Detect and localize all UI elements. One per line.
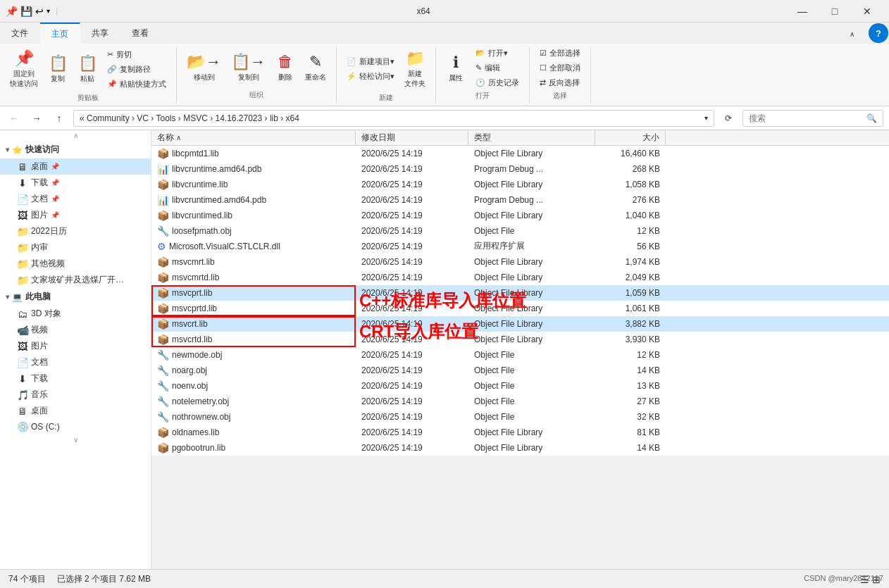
table-row[interactable]: 📦 libvcruntimed.lib 2020/6/25 14:19 Obje… xyxy=(151,208,889,223)
search-icon[interactable]: 🔍 xyxy=(866,113,877,123)
file-icon: 🔧 xyxy=(157,411,169,423)
file-name: noarg.obj xyxy=(172,365,207,375)
tab-view[interactable]: 查看 xyxy=(120,23,161,44)
select-buttons: ☑ 全部选择 ☐ 全部取消 ⇄ 反向选择 xyxy=(535,46,585,89)
sidebar-item-downloads[interactable]: ⬇ 下载 xyxy=(0,370,151,387)
table-row[interactable]: 🔧 noenv.obj 2020/6/25 14:19 Object File … xyxy=(151,378,889,394)
col-header-name[interactable]: 名称 ∧ xyxy=(151,130,356,145)
table-row[interactable]: 📦 msvcprtd.lib 2020/6/25 14:19 Object Fi… xyxy=(151,301,889,316)
file-type: Object File xyxy=(468,412,595,422)
search-input[interactable] xyxy=(749,113,866,123)
other-videos-label: 其他视频 xyxy=(31,258,65,270)
invert-selection-button[interactable]: ⇄ 反向选择 xyxy=(535,76,585,89)
edit-icon: ✎ xyxy=(475,63,482,73)
table-row[interactable]: 📦 msvcmrtd.lib 2020/6/25 14:19 Object Fi… xyxy=(151,270,889,285)
sidebar-item-music[interactable]: 🎵 音乐 xyxy=(0,387,151,403)
sidebar-item-os-c[interactable]: 💿 OS (C:) xyxy=(0,419,151,434)
file-icon: 🔧 xyxy=(157,349,169,361)
edit-button[interactable]: ✎ 编辑 xyxy=(471,61,523,75)
col-header-date[interactable]: 修改日期 xyxy=(356,130,468,145)
file-name: msvcmrtd.lib xyxy=(172,273,219,282)
file-list-container[interactable]: 名称 ∧ 修改日期 类型 大小 📦 libcpmtd1.lib 2020/6/2… xyxy=(151,130,889,456)
rename-button[interactable]: ✎ 重命名 xyxy=(301,46,330,89)
documents2-label: 文档 xyxy=(31,356,48,368)
tab-share[interactable]: 共享 xyxy=(80,23,120,44)
quick-access-save[interactable]: 💾 xyxy=(20,6,32,17)
table-row[interactable]: 📊 libvcruntimed.amd64.pdb 2020/6/25 14:1… xyxy=(151,192,889,208)
open-button[interactable]: 📂 打开▾ xyxy=(471,46,523,60)
file-date: 2020/6/25 14:19 xyxy=(356,242,468,251)
minimize-button[interactable]: — xyxy=(786,0,819,23)
table-row[interactable]: 📦 libvcruntime.lib 2020/6/25 14:19 Objec… xyxy=(151,177,889,192)
table-row[interactable]: 📦 oldnames.lib 2020/6/25 14:19 Object Fi… xyxy=(151,425,889,440)
deselect-all-button[interactable]: ☐ 全部取消 xyxy=(535,61,585,75)
table-row[interactable]: 📦 msvcprt.lib 2020/6/25 14:19 Object Fil… xyxy=(151,285,889,301)
forward-button[interactable]: → xyxy=(28,110,45,127)
delete-button[interactable]: 🗑 删除 xyxy=(271,46,299,89)
table-row[interactable]: 🔧 noarg.obj 2020/6/25 14:19 Object File … xyxy=(151,363,889,378)
pin-icon-downloads: 📌 xyxy=(51,179,59,187)
sidebar-item-3d-objects[interactable]: 🗂 3D 对象 xyxy=(0,306,151,322)
table-row[interactable]: ⚙ Microsoft.VisualC.STLCLR.dll 2020/6/25… xyxy=(151,239,889,254)
ribbon-group-select: ☑ 全部选择 ☐ 全部取消 ⇄ 反向选择 选择 xyxy=(530,46,591,103)
maximize-button[interactable]: □ xyxy=(819,0,851,23)
copy-path-button[interactable]: 🔗 复制路径 xyxy=(103,63,170,76)
ribbon-collapse-button[interactable]: ∧ xyxy=(835,23,868,45)
tab-home[interactable]: 主页 xyxy=(40,23,80,44)
copy-button[interactable]: 📋 复制 xyxy=(44,48,72,90)
sidebar-item-documents-quick[interactable]: 📄 文档 📌 xyxy=(0,191,151,207)
col-header-type[interactable]: 类型 xyxy=(468,130,595,145)
sidebar-quick-access-header[interactable]: ▾ ⭐ 快速访问 xyxy=(0,141,151,158)
paste-button[interactable]: 📋 粘贴 xyxy=(73,48,101,90)
sidebar-item-videos[interactable]: 📹 视频 xyxy=(0,322,151,338)
refresh-button[interactable]: ⟳ xyxy=(720,110,737,127)
table-row[interactable]: 🔧 loosefpmath.obj 2020/6/25 14:19 Object… xyxy=(151,223,889,239)
sidebar-item-other-videos[interactable]: 📁 其他视频 xyxy=(0,256,151,272)
history-button[interactable]: 🕐 历史记录 xyxy=(471,76,523,89)
pin-icon-desktop: 📌 xyxy=(51,163,59,170)
table-row[interactable]: 📊 libvcruntime.amd64.pdb 2020/6/25 14:19… xyxy=(151,161,889,177)
back-button[interactable]: ← xyxy=(6,110,23,127)
copy-to-button[interactable]: 📋→ 复制到 xyxy=(227,46,270,89)
paste-shortcut-button[interactable]: 📌 粘贴快捷方式 xyxy=(103,77,170,91)
file-date: 2020/6/25 14:19 xyxy=(356,443,468,453)
sidebar: ∧ ▾ ⭐ 快速访问 🖥 桌面 📌 ⬇ 下载 📌 📄 文档 📌 🖼 图片 📌 xyxy=(0,130,151,569)
table-row[interactable]: 📦 libcpmtd1.lib 2020/6/25 14:19 Object F… xyxy=(151,146,889,161)
sidebar-item-pictures[interactable]: 🖼 图片 xyxy=(0,338,151,354)
quick-access-undo[interactable]: ↩ xyxy=(35,6,44,17)
close-button[interactable]: ✕ xyxy=(851,0,883,23)
table-row[interactable]: 🔧 notelemetry.obj 2020/6/25 14:19 Object… xyxy=(151,394,889,409)
tab-file[interactable]: 文件 xyxy=(0,23,40,44)
col-header-size[interactable]: 大小 xyxy=(595,130,666,145)
sidebar-item-pictures-quick[interactable]: 🖼 图片 📌 xyxy=(0,207,151,223)
table-row[interactable]: 📦 msvcmrt.lib 2020/6/25 14:19 Object Fil… xyxy=(151,254,889,270)
address-path[interactable]: « Community › VC › Tools › MSVC › 14.16.… xyxy=(73,110,714,127)
path-dropdown-icon[interactable]: ▾ xyxy=(704,114,708,122)
sidebar-item-desktop[interactable]: 🖥 桌面 xyxy=(0,403,151,419)
table-row[interactable]: 🔧 newmode.obj 2020/6/25 14:19 Object Fil… xyxy=(151,347,889,363)
table-row[interactable]: 🔧 nothrownew.obj 2020/6/25 14:19 Object … xyxy=(151,409,889,425)
sidebar-this-pc-header[interactable]: ▾ 💻 此电脑 xyxy=(0,288,151,306)
help-button[interactable]: ? xyxy=(869,23,888,43)
select-all-button[interactable]: ☑ 全部选择 xyxy=(535,46,585,60)
new-folder-button[interactable]: 📁 新建文件夹 xyxy=(400,46,430,92)
sidebar-item-neishen[interactable]: 📁 内审 xyxy=(0,239,151,256)
table-row[interactable]: 📦 msvcrtd.lib 2020/6/25 14:19 Object Fil… xyxy=(151,332,889,347)
cut-button[interactable]: ✂ 剪切 xyxy=(103,48,170,61)
sidebar-item-documents[interactable]: 📄 文档 xyxy=(0,354,151,370)
sidebar-item-desktop-quick[interactable]: 🖥 桌面 📌 xyxy=(0,158,151,175)
move-to-button[interactable]: 📂→ 移动到 xyxy=(182,46,225,89)
new-item-button[interactable]: 📄 新建项目▾ xyxy=(342,55,399,68)
pin-to-quick-access-button[interactable]: 📌 固定到 快速访问 xyxy=(6,46,42,92)
up-button[interactable]: ↑ xyxy=(51,110,68,127)
table-row[interactable]: 📦 pgobootrun.lib 2020/6/25 14:19 Object … xyxy=(151,440,889,456)
sidebar-item-mine-design[interactable]: 📁 文家坡矿井及选煤厂开采设计(部... xyxy=(0,272,151,288)
sidebar-item-2022calendar[interactable]: 📁 2022日历 xyxy=(0,223,151,239)
properties-button[interactable]: ℹ 属性 xyxy=(442,47,470,89)
quick-access-pin[interactable]: 📌 xyxy=(6,6,18,17)
quick-access-dropdown[interactable]: ▾ xyxy=(46,7,50,15)
file-size: 1,059 KB xyxy=(595,288,666,298)
sidebar-item-downloads-quick[interactable]: ⬇ 下载 📌 xyxy=(0,175,151,191)
table-row[interactable]: 📦 msvcrt.lib 2020/6/25 14:19 Object File… xyxy=(151,316,889,332)
easy-access-button[interactable]: ⚡ 轻松访问▾ xyxy=(342,70,399,83)
